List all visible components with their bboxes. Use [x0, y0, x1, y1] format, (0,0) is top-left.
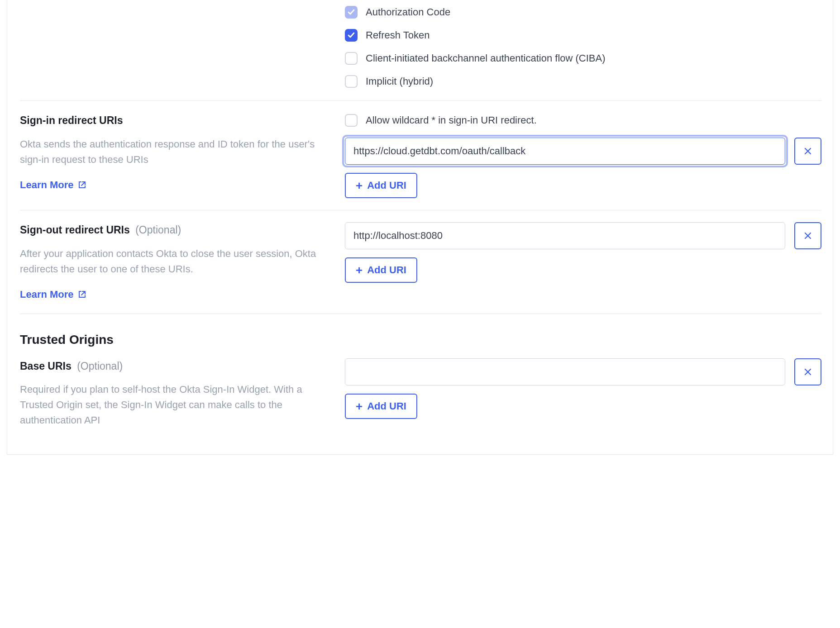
wildcard-label: Allow wildcard * in sign-in URI redirect…: [366, 113, 537, 128]
grant-types-list: Authorization Code Refresh Token Client-…: [345, 5, 821, 89]
grant-type-implicit[interactable]: Implicit (hybrid): [345, 74, 821, 89]
close-icon: [804, 232, 812, 240]
external-link-icon: [78, 181, 86, 189]
optional-label: (Optional): [135, 224, 181, 236]
signin-learn-more-link[interactable]: Learn More: [20, 177, 86, 192]
signin-uri-delete-button[interactable]: [794, 138, 821, 165]
grant-type-label: Authorization Code: [366, 5, 450, 19]
signout-redirect-desc: After your application contacts Okta to …: [20, 246, 331, 277]
base-uri-delete-button[interactable]: [794, 358, 821, 385]
checkbox-empty-icon: [345, 114, 358, 127]
grant-type-label: Refresh Token: [366, 28, 430, 43]
base-add-uri-button[interactable]: + Add URI: [345, 394, 417, 419]
add-uri-label: Add URI: [367, 400, 406, 412]
external-link-icon: [78, 290, 86, 298]
trusted-origins-heading: Trusted Origins: [20, 330, 808, 349]
plus-icon: +: [356, 400, 363, 412]
grant-type-refresh-token[interactable]: Refresh Token: [345, 28, 821, 43]
grant-type-label: Client-initiated backchannel authenticat…: [366, 51, 606, 66]
checkbox-checked-disabled-icon: [345, 6, 358, 19]
signout-uri-delete-button[interactable]: [794, 222, 821, 249]
plus-icon: +: [356, 180, 363, 191]
checkbox-empty-icon: [345, 75, 358, 88]
grant-type-label: Implicit (hybrid): [366, 74, 433, 89]
wildcard-checkbox[interactable]: Allow wildcard * in sign-in URI redirect…: [345, 113, 821, 128]
add-uri-label: Add URI: [367, 180, 406, 191]
plus-icon: +: [356, 264, 363, 276]
signin-redirect-title: Sign-in redirect URIs: [20, 113, 331, 128]
signin-redirect-desc: Okta sends the authentication response a…: [20, 137, 331, 167]
base-uris-desc: Required if you plan to self-host the Ok…: [20, 382, 331, 428]
optional-label: (Optional): [77, 360, 123, 372]
signout-title-text: Sign-out redirect URIs: [20, 224, 130, 236]
grant-type-authorization-code[interactable]: Authorization Code: [345, 5, 821, 19]
checkbox-checked-icon: [345, 29, 358, 42]
signout-add-uri-button[interactable]: + Add URI: [345, 257, 417, 283]
signin-add-uri-button[interactable]: + Add URI: [345, 173, 417, 198]
close-icon: [804, 147, 812, 155]
add-uri-label: Add URI: [367, 264, 406, 276]
signin-uri-input[interactable]: [345, 138, 785, 165]
grant-type-ciba[interactable]: Client-initiated backchannel authenticat…: [345, 51, 821, 66]
learn-more-label: Learn More: [20, 177, 74, 192]
base-uris-title-text: Base URIs: [20, 360, 72, 372]
signout-redirect-title: Sign-out redirect URIs (Optional): [20, 222, 331, 238]
signout-uri-input[interactable]: [345, 222, 785, 249]
checkbox-empty-icon: [345, 52, 358, 65]
base-uris-title: Base URIs (Optional): [20, 358, 331, 374]
signout-learn-more-link[interactable]: Learn More: [20, 287, 86, 302]
close-icon: [804, 368, 812, 376]
learn-more-label: Learn More: [20, 287, 74, 302]
base-uri-input[interactable]: [345, 358, 785, 385]
